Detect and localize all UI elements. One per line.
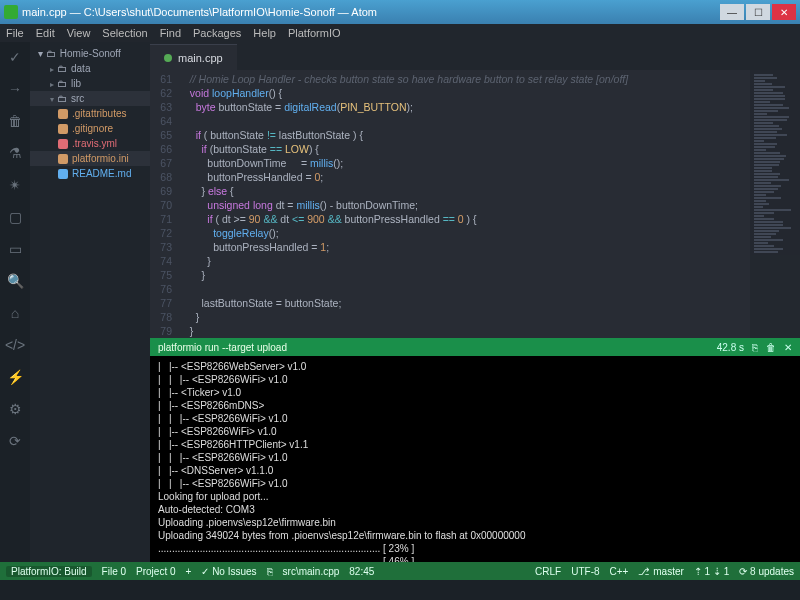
folder-icon[interactable]: ▭ xyxy=(6,240,24,258)
status-item[interactable]: ⇡ 1 ⇣ 1 xyxy=(694,566,729,577)
search-icon[interactable]: 🔍 xyxy=(6,272,24,290)
terminal-time: 42.8 s xyxy=(717,342,744,353)
terminal-close-icon[interactable]: ✕ xyxy=(784,342,792,353)
box-icon[interactable]: ▢ xyxy=(6,208,24,226)
modified-dot-icon xyxy=(164,54,172,62)
titlebar: main.cpp — C:\Users\shut\Documents\Platf… xyxy=(0,0,800,24)
folder-icon: ▾ 🗀 xyxy=(38,48,56,59)
status-item[interactable]: ⎇ master xyxy=(638,566,683,577)
status-item[interactable]: File 0 xyxy=(102,566,126,577)
activity-bar: ✓ → 🗑 ⚗ ✴ ▢ ▭ 🔍 ⌂ </> ⚡ ⚙ ⟳ xyxy=(0,42,30,562)
file-tree: ▾ 🗀 Homie-Sonoff 🗀data🗀lib🗀src.gitattrib… xyxy=(30,42,150,562)
code-editor[interactable]: 6162636465666768697071727374757677787980… xyxy=(150,70,800,338)
menu-file[interactable]: File xyxy=(6,27,24,39)
tree-item[interactable]: README.md xyxy=(30,166,150,181)
tree-item[interactable]: .gitattributes xyxy=(30,106,150,121)
tree-item-label: .gitignore xyxy=(72,123,113,134)
status-item[interactable]: ✓ No Issues xyxy=(201,566,256,577)
gear-icon[interactable]: ⚙ xyxy=(6,400,24,418)
beaker-icon[interactable]: ⚗ xyxy=(6,144,24,162)
window-title: main.cpp — C:\Users\shut\Documents\Platf… xyxy=(22,6,377,18)
maximize-button[interactable]: ☐ xyxy=(746,4,770,20)
menubar: FileEditViewSelectionFindPackagesHelpPla… xyxy=(0,24,800,42)
minimap[interactable] xyxy=(750,70,800,338)
tree-item[interactable]: platformio.ini xyxy=(30,151,150,166)
status-bar: PlatformIO: BuildFile 0Project 0+✓ No Is… xyxy=(0,562,800,580)
home-icon[interactable]: ⌂ xyxy=(6,304,24,322)
tab-label: main.cpp xyxy=(178,52,223,64)
tab-main-cpp[interactable]: main.cpp xyxy=(150,44,237,70)
editor-pane: main.cpp 6162636465666768697071727374757… xyxy=(150,42,800,562)
tab-bar: main.cpp xyxy=(150,42,800,70)
menu-platformio[interactable]: PlatformIO xyxy=(288,27,341,39)
tree-item[interactable]: .travis.yml xyxy=(30,136,150,151)
terminal-command: platformio run --target upload xyxy=(158,342,287,353)
terminal-header: platformio run --target upload 42.8 s ⎘ … xyxy=(150,338,800,356)
terminal[interactable]: | |-- <ESP8266WebServer> v1.0| | |-- <ES… xyxy=(150,356,800,562)
tree-item-label: src xyxy=(71,93,84,104)
menu-view[interactable]: View xyxy=(67,27,91,39)
tree-item-label: data xyxy=(71,63,90,74)
status-item[interactable]: PlatformIO: Build xyxy=(6,566,92,577)
menu-find[interactable]: Find xyxy=(160,27,181,39)
file-icon xyxy=(58,169,68,179)
minimize-button[interactable]: — xyxy=(720,4,744,20)
gutter: 6162636465666768697071727374757677787980… xyxy=(150,70,178,338)
status-item[interactable]: CRLF xyxy=(535,566,561,577)
tree-item-label: README.md xyxy=(72,168,131,179)
menu-help[interactable]: Help xyxy=(253,27,276,39)
status-item[interactable]: ⟳ 8 updates xyxy=(739,566,794,577)
file-icon xyxy=(58,124,68,134)
tree-root[interactable]: ▾ 🗀 Homie-Sonoff xyxy=(30,46,150,61)
tree-root-label: Homie-Sonoff xyxy=(60,48,121,59)
tree-item[interactable]: 🗀lib xyxy=(30,76,150,91)
refresh-icon[interactable]: ⟳ xyxy=(6,432,24,450)
app-icon xyxy=(4,5,18,19)
status-item[interactable]: src\main.cpp xyxy=(283,566,340,577)
menu-packages[interactable]: Packages xyxy=(193,27,241,39)
plug-icon[interactable]: ⚡ xyxy=(6,368,24,386)
close-button[interactable]: ✕ xyxy=(772,4,796,20)
tree-item[interactable]: .gitignore xyxy=(30,121,150,136)
code-icon[interactable]: </> xyxy=(6,336,24,354)
check-icon[interactable]: ✓ xyxy=(6,48,24,66)
tree-item[interactable]: 🗀data xyxy=(30,61,150,76)
arrow-icon[interactable]: → xyxy=(6,80,24,98)
menu-selection[interactable]: Selection xyxy=(102,27,147,39)
trash-icon[interactable]: 🗑 xyxy=(6,112,24,130)
window-controls: — ☐ ✕ xyxy=(718,4,796,20)
file-icon xyxy=(58,109,68,119)
tree-item[interactable]: 🗀src xyxy=(30,91,150,106)
tree-item-label: lib xyxy=(71,78,81,89)
tree-item-label: platformio.ini xyxy=(72,153,129,164)
tree-item-label: .gitattributes xyxy=(72,108,126,119)
menu-edit[interactable]: Edit xyxy=(36,27,55,39)
tree-item-label: .travis.yml xyxy=(72,138,117,149)
status-item[interactable]: UTF-8 xyxy=(571,566,599,577)
file-icon xyxy=(58,139,68,149)
bug-icon[interactable]: ✴ xyxy=(6,176,24,194)
terminal-trash-icon[interactable]: 🗑 xyxy=(766,342,776,353)
file-icon xyxy=(58,154,68,164)
status-item[interactable]: 82:45 xyxy=(349,566,374,577)
status-item[interactable]: C++ xyxy=(610,566,629,577)
terminal-copy-icon[interactable]: ⎘ xyxy=(752,342,758,353)
status-item[interactable]: ⎘ xyxy=(267,566,273,577)
status-item[interactable]: + xyxy=(186,566,192,577)
status-item[interactable]: Project 0 xyxy=(136,566,175,577)
code-area[interactable]: // Homie Loop Handler - checks button st… xyxy=(178,70,800,338)
